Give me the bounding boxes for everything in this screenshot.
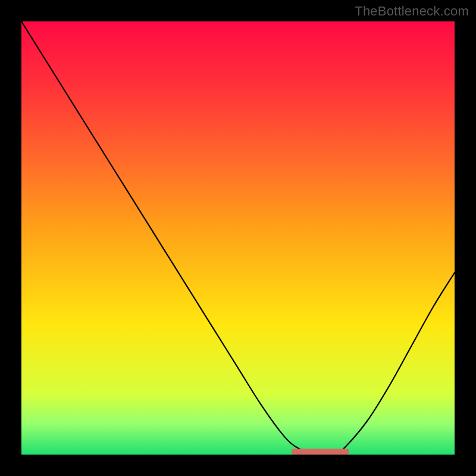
- plot-area: [21, 21, 455, 455]
- chart-frame: TheBottleneck.com: [0, 0, 476, 476]
- bottleneck-curve: [21, 21, 455, 455]
- curve-path: [21, 21, 455, 452]
- attribution-label: TheBottleneck.com: [355, 4, 469, 19]
